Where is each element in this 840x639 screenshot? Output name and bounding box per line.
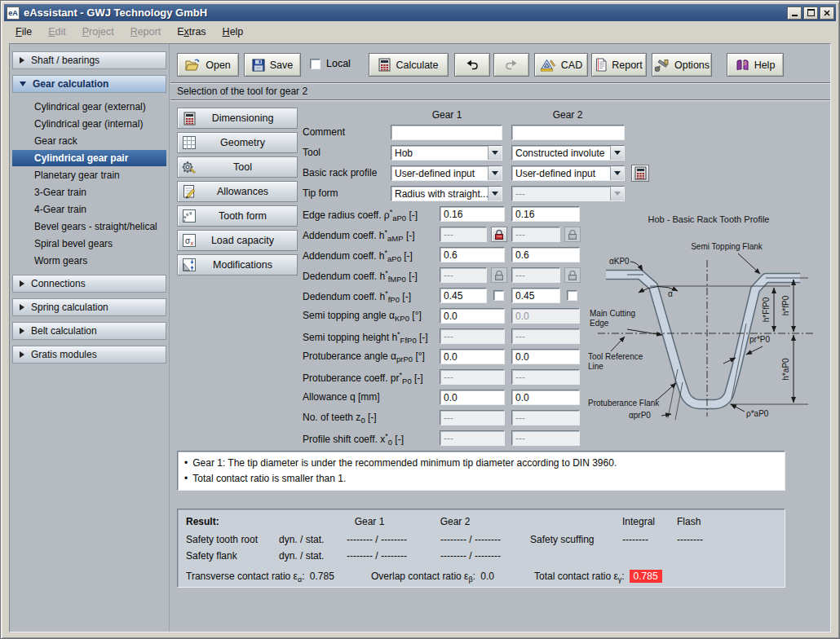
sidebar-section-gear-calculation[interactable]: Gear calculation — [12, 75, 166, 93]
local-checkbox[interactable] — [310, 59, 321, 69]
report-button[interactable]: Report — [591, 53, 647, 77]
chevron-down-icon — [488, 187, 502, 201]
maximize-icon — [807, 9, 815, 16]
sidebar-section-connections[interactable]: Connections — [12, 275, 166, 293]
open-button[interactable]: Open — [177, 53, 239, 77]
content-area: OpenSaveLocalCalculateCADReportOptionsHe… — [170, 44, 830, 632]
menu-edit: Edit — [42, 24, 73, 39]
sidebar-section-label: Connections — [31, 278, 86, 289]
select-tip-form-gear1[interactable]: Radius with straight... — [391, 186, 502, 201]
modify-icon — [180, 257, 198, 273]
field-edge-radius-coeff-gear1[interactable]: 0.16 — [440, 206, 505, 222]
sidebar-section-label: Belt calculation — [31, 325, 97, 337]
undo-icon — [465, 59, 480, 70]
checkbox-dedendum-coeff-fp0-gear1[interactable] — [493, 290, 504, 301]
sidebar-item-bevel-gears-straight-helical[interactable]: Bevel gears - straight/helical — [12, 218, 166, 235]
warning-message: • Gear 1: The tip diameter is under the … — [184, 456, 778, 471]
collapsed-arrow-icon — [20, 304, 24, 311]
chevron-down-icon — [610, 166, 624, 180]
sidebar-item-cylindrical-gear-internal[interactable]: Cylindrical gear (internal) — [12, 116, 166, 132]
menu-file[interactable]: File — [9, 24, 38, 39]
field-edge-radius-coeff-gear2[interactable]: 0.16 — [511, 206, 580, 222]
sidebar-item-cylindrical-gear-pair[interactable]: Cylindrical gear pair — [12, 150, 166, 166]
options-button[interactable]: Options — [652, 53, 712, 77]
tooth-icon — [180, 208, 198, 224]
local-checkbox-group: Local — [310, 58, 351, 69]
select-basic-rack-profile-gear1[interactable]: User-defined input — [391, 165, 502, 181]
lock-icon-dedendum-coeff-fmp0-gear2 — [564, 267, 581, 283]
sidebar-item-worm-gears[interactable]: Worm gears — [12, 253, 166, 269]
app-icon: eA — [7, 7, 20, 20]
result-row-mode: dyn. / stat. — [279, 550, 324, 562]
menu-help[interactable]: Help — [216, 24, 250, 39]
result-col-integral: Integral — [622, 516, 655, 527]
sidebar-item-spiral-bevel-gears[interactable]: Spiral bevel gears — [12, 236, 166, 252]
nav-button-geometry[interactable]: Geometry — [177, 132, 298, 153]
label-tool: Tool — [303, 147, 321, 158]
sidebar-item-gear-rack[interactable]: Gear rack — [12, 133, 166, 149]
field-addendum-coeff-ap0-gear1[interactable]: 0.6 — [440, 247, 505, 262]
select-basic-rack-profile-gear2[interactable]: User-defined input — [511, 165, 625, 181]
field-semi-topping-angle-gear1[interactable]: 0.0 — [440, 308, 505, 324]
cad-button[interactable]: CAD — [534, 53, 588, 77]
field-addendum-coeff-ap0-gear2[interactable]: 0.6 — [511, 247, 580, 262]
chevron-down-icon — [610, 187, 624, 201]
sidebar-item-4-gear-train[interactable]: 4-Gear train — [12, 201, 166, 218]
client-area: Shaft / bearingsGear calculationCylindri… — [9, 43, 831, 632]
label-no-of-teeth: No. of teeth z0 [-] — [303, 412, 377, 425]
checkbox-dedendum-coeff-fp0-gear2[interactable] — [567, 290, 577, 301]
local-checkbox-label: Local — [326, 58, 351, 69]
field-protuberance-angle-gear2[interactable]: 0.0 — [511, 349, 580, 364]
basic-rack-calculator-button[interactable] — [631, 165, 649, 182]
field-allowance-q-gear2[interactable]: 0.0 — [511, 390, 580, 405]
sidebar-section-gratis-modules[interactable]: Gratis modules — [12, 346, 166, 364]
result-value: -------- / -------- — [440, 550, 501, 562]
nav-button-label: Modifications — [198, 259, 287, 271]
result-value: -------- — [622, 534, 648, 545]
field-protuberance-angle-gear1[interactable]: 0.0 — [440, 349, 505, 364]
nav-button-label: Load capacity — [198, 235, 287, 246]
undo-button[interactable] — [454, 53, 490, 77]
sidebar-item-planetary-gear-train[interactable]: Planetary gear train — [12, 167, 166, 183]
nav-button-load-capacity[interactable]: σxLoad capacity — [177, 230, 298, 251]
minimize-button[interactable] — [787, 7, 802, 20]
tooth-profile-diagram: Hob - Basic Rack Tooth Profile — [586, 209, 829, 423]
sidebar-item-cylindrical-gear-external[interactable]: Cylindrical gear (external) — [12, 99, 166, 115]
nav-button-tool[interactable]: Tool — [177, 156, 298, 178]
menu-extras[interactable]: Extras — [170, 24, 212, 39]
field-dedendum-coeff-fp0-gear1[interactable]: 0.45 — [440, 288, 487, 303]
close-button[interactable] — [820, 7, 834, 20]
label-tip-form: Tip form — [303, 187, 338, 199]
title-bar[interactable]: eA eAssistant - GWJ Technology GmbH — [4, 4, 836, 21]
chevron-down-icon — [488, 146, 502, 160]
result-value: -------- / -------- — [440, 534, 501, 545]
sidebar-section-spring-calculation[interactable]: Spring calculation — [12, 298, 166, 316]
lock-locked-icon-addendum-coeff-amp-gear1[interactable] — [491, 227, 507, 242]
nav-button-allowances[interactable]: Allowances — [177, 181, 298, 202]
result-scuffing-label: Safety scuffing — [530, 534, 595, 545]
sidebar-section-label: Gratis modules — [31, 349, 97, 360]
field-comment-gear2[interactable] — [511, 125, 625, 140]
calculate-button[interactable]: Calculate — [369, 53, 449, 77]
maximize-button[interactable] — [803, 7, 818, 20]
sidebar-section-belt-calculation[interactable]: Belt calculation — [12, 322, 166, 340]
nav-button-tooth-form[interactable]: Tooth form — [177, 205, 298, 227]
field-comment-gear1[interactable] — [391, 125, 502, 140]
label-tool-reference-line: Tool Reference — [588, 352, 643, 361]
svg-text:Line: Line — [588, 362, 603, 371]
window-title: eAssistant - GWJ Technology GmbH — [24, 7, 207, 19]
label-h-ffp0: h*FfP0 — [762, 297, 771, 322]
save-button[interactable]: Save — [244, 53, 301, 77]
select-tool-gear1[interactable]: Hob — [391, 145, 502, 161]
nav-button-modifications[interactable]: Modifications — [177, 254, 298, 275]
nav-button-dimensioning[interactable]: Dimensioning — [177, 108, 298, 129]
sidebar-section-shaft-bearings[interactable]: Shaft / bearings — [12, 51, 166, 69]
options-button-label: Options — [674, 59, 710, 71]
sidebar-item-3-gear-train[interactable]: 3-Gear train — [12, 184, 166, 201]
result-col-flash: Flash — [677, 516, 701, 527]
field-allowance-q-gear1[interactable]: 0.0 — [440, 390, 505, 405]
field-dedendum-coeff-fp0-gear2[interactable]: 0.45 — [511, 288, 560, 303]
help-button[interactable]: Help — [727, 53, 784, 77]
report-icon — [595, 58, 607, 72]
select-tool-gear2[interactable]: Constructed involute — [511, 145, 625, 161]
